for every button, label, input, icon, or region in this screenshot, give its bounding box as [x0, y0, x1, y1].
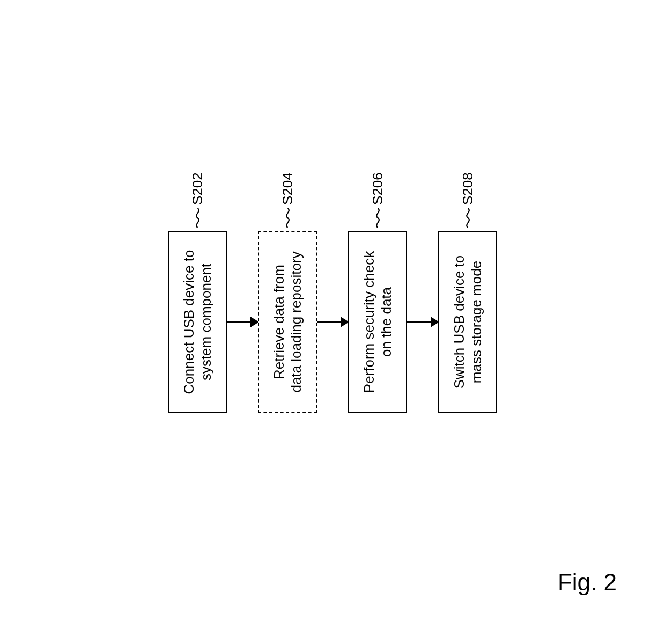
leader-squiggle-icon	[372, 208, 383, 229]
step-s202: Connect USB device to system component S…	[168, 231, 227, 413]
step-text-line: Connect USB device to	[181, 250, 197, 394]
step-text-line: data loading repository	[288, 251, 304, 392]
leader-squiggle-icon	[462, 208, 473, 229]
figure-label: Fig. 2	[558, 569, 617, 596]
step-id: S208	[460, 172, 476, 205]
step-text-line: mass storage mode	[468, 261, 484, 383]
step-box-s206: Perform security check on the data	[348, 231, 407, 413]
step-id: S202	[189, 172, 206, 205]
step-text-line: system component	[198, 264, 214, 380]
step-label-s202: S202	[189, 172, 206, 231]
step-text-line: Retrieve data from	[271, 265, 287, 379]
step-box-s208: Switch USB device to mass storage mode	[438, 231, 497, 413]
step-id: S204	[279, 172, 296, 205]
step-s208: Switch USB device to mass storage mode S…	[438, 231, 497, 413]
step-box-s202: Connect USB device to system component	[168, 231, 227, 413]
step-label-s208: S208	[460, 172, 476, 231]
step-text-line: Perform security check	[361, 251, 377, 393]
step-text-line: on the data	[378, 287, 394, 357]
step-label-s204: S204	[279, 172, 296, 231]
leader-squiggle-icon	[192, 208, 203, 229]
step-s206: Perform security check on the data S206	[348, 231, 407, 413]
arrow-icon	[227, 321, 258, 323]
step-label-s206: S206	[370, 172, 386, 231]
step-box-s204: Retrieve data from data loading reposito…	[258, 231, 317, 413]
arrow-icon	[317, 321, 348, 323]
step-text-line: Switch USB device to	[451, 255, 467, 389]
step-s204: Retrieve data from data loading reposito…	[258, 231, 317, 413]
step-id: S206	[370, 172, 386, 205]
flowchart-container: Connect USB device to system component S…	[168, 231, 497, 413]
leader-squiggle-icon	[282, 208, 293, 229]
arrow-icon	[407, 321, 438, 323]
